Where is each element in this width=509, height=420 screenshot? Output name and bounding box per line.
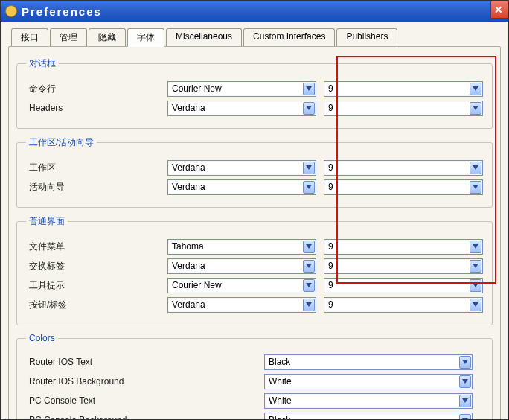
select-buttonlabel-font[interactable]: Verdana: [167, 297, 316, 313]
label-filemenu: 文件菜单: [26, 241, 167, 253]
chevron-down-icon: [470, 162, 481, 174]
select-tooltip-font[interactable]: Courier New: [167, 278, 316, 293]
window-title: Preferences: [22, 5, 102, 18]
tab-interface[interactable]: 接口: [11, 28, 48, 47]
close-icon: ✕: [494, 4, 505, 16]
group-dialog: 对话框 命令行 Courier New 9 Headers Verdan: [16, 57, 493, 129]
select-buttonlabel-size[interactable]: 9: [324, 297, 483, 313]
tab-panel: 对话框 命令行 Courier New 9 Headers Verdan: [8, 46, 501, 420]
group-general-legend: 普通界面: [26, 215, 68, 228]
group-dialog-legend: 对话框: [26, 57, 59, 70]
label-activity: 活动向导: [26, 181, 167, 194]
client-area: 接口 管理 隐藏 字体 Miscellaneous Custom Interfa…: [1, 22, 508, 419]
label-router-text: Router IOS Text: [26, 357, 264, 367]
select-tooltip-size[interactable]: 9: [324, 278, 483, 293]
label-headers: Headers: [26, 103, 167, 113]
preferences-window: Preferences ✕ 接口 管理 隐藏 字体 Miscellaneous …: [0, 0, 509, 420]
select-value: Verdana: [172, 103, 205, 113]
select-value: 9: [328, 280, 333, 290]
row-pc-bg: PC Console Background Black: [26, 412, 483, 420]
select-value: Verdana: [172, 261, 205, 271]
chevron-down-icon: [303, 181, 315, 194]
tab-misc[interactable]: Miscellaneous: [166, 28, 242, 47]
chevron-down-icon: [470, 181, 481, 194]
select-activity-size[interactable]: 9: [324, 179, 483, 195]
tab-fonts[interactable]: 字体: [127, 28, 164, 47]
chevron-down-icon: [303, 299, 315, 311]
select-workspace-size[interactable]: 9: [324, 160, 483, 176]
select-value: 9: [328, 182, 333, 192]
titlebar[interactable]: Preferences ✕: [1, 1, 508, 22]
chevron-down-icon: [459, 375, 471, 388]
chevron-down-icon: [470, 102, 481, 115]
tab-custom-interfaces[interactable]: Custom Interfaces: [243, 28, 335, 47]
select-pc-text[interactable]: White: [264, 393, 473, 409]
label-workspace: 工作区: [26, 162, 167, 174]
label-cmdline: 命令行: [26, 83, 167, 95]
tab-hide[interactable]: 隐藏: [89, 28, 126, 47]
select-value: Tahoma: [172, 241, 204, 252]
select-value: Black: [269, 357, 290, 367]
select-router-text[interactable]: Black: [264, 354, 473, 370]
row-router-text: Router IOS Text Black: [26, 354, 483, 370]
tab-bar: 接口 管理 隐藏 字体 Miscellaneous Custom Interfa…: [8, 28, 501, 46]
label-router-bg: Router IOS Background: [26, 376, 264, 386]
chevron-down-icon: [470, 299, 481, 311]
row-headers: Headers Verdana 9: [26, 100, 483, 116]
tab-manage[interactable]: 管理: [50, 28, 87, 47]
row-cmdline: 命令行 Courier New 9: [26, 80, 483, 97]
select-headers-font[interactable]: Verdana: [167, 101, 316, 116]
select-value: 9: [328, 241, 333, 252]
select-filemenu-font[interactable]: Tahoma: [167, 239, 316, 255]
select-value: Courier New: [172, 280, 222, 290]
select-value: 9: [328, 299, 333, 310]
chevron-down-icon: [459, 356, 471, 369]
select-pc-bg[interactable]: Black: [264, 413, 473, 421]
select-value: 9: [328, 162, 333, 173]
tab-publishers[interactable]: Publishers: [336, 28, 397, 47]
chevron-down-icon: [470, 241, 481, 253]
chevron-down-icon: [303, 102, 315, 115]
select-activity-font[interactable]: Verdana: [167, 179, 316, 195]
chevron-down-icon: [470, 260, 481, 273]
chevron-down-icon: [303, 162, 315, 174]
select-value: 9: [328, 83, 333, 94]
label-buttonlabel: 按钮/标签: [26, 299, 167, 311]
select-cmdline-font[interactable]: Courier New: [167, 81, 316, 97]
chevron-down-icon: [459, 414, 471, 421]
close-button[interactable]: ✕: [490, 1, 508, 19]
select-value: Black: [269, 415, 290, 420]
row-tooltip: 工具提示 Courier New 9: [26, 277, 483, 293]
select-value: 9: [328, 261, 333, 271]
chevron-down-icon: [303, 260, 315, 273]
select-headers-size[interactable]: 9: [324, 101, 483, 116]
select-switchtab-size[interactable]: 9: [324, 258, 483, 274]
row-router-bg: Router IOS Background White: [26, 373, 483, 389]
label-tooltip: 工具提示: [26, 279, 167, 292]
select-workspace-font[interactable]: Verdana: [167, 160, 316, 176]
chevron-down-icon: [303, 279, 315, 292]
group-workspace: 工作区/活动向导 工作区 Verdana 9 活动向导 Verdana: [16, 136, 493, 208]
row-workspace: 工作区 Verdana 9: [26, 159, 483, 176]
group-workspace-legend: 工作区/活动向导: [26, 136, 97, 149]
select-router-bg[interactable]: White: [264, 374, 473, 389]
row-switchtab: 交换标签 Verdana 9: [26, 258, 483, 274]
chevron-down-icon: [303, 83, 315, 95]
select-switchtab-font[interactable]: Verdana: [167, 258, 316, 274]
select-value: White: [269, 395, 292, 406]
select-value: White: [269, 376, 292, 386]
select-value: Courier New: [172, 83, 222, 94]
group-colors: Colors Router IOS Text Black Router IOS …: [16, 333, 493, 420]
label-pc-text: PC Console Text: [26, 395, 264, 406]
row-buttonlabel: 按钮/标签 Verdana 9: [26, 296, 483, 313]
chevron-down-icon: [459, 395, 471, 407]
row-pc-text: PC Console Text White: [26, 392, 483, 409]
group-general: 普通界面 文件菜单 Tahoma 9 交换标签 Verdana: [16, 215, 493, 325]
label-pc-bg: PC Console Background: [26, 415, 264, 420]
label-switchtab: 交换标签: [26, 260, 167, 273]
row-activity: 活动向导 Verdana 9: [26, 179, 483, 195]
chevron-down-icon: [303, 241, 315, 253]
select-value: Verdana: [172, 162, 205, 173]
select-filemenu-size[interactable]: 9: [324, 239, 483, 255]
select-cmdline-size[interactable]: 9: [324, 81, 483, 97]
